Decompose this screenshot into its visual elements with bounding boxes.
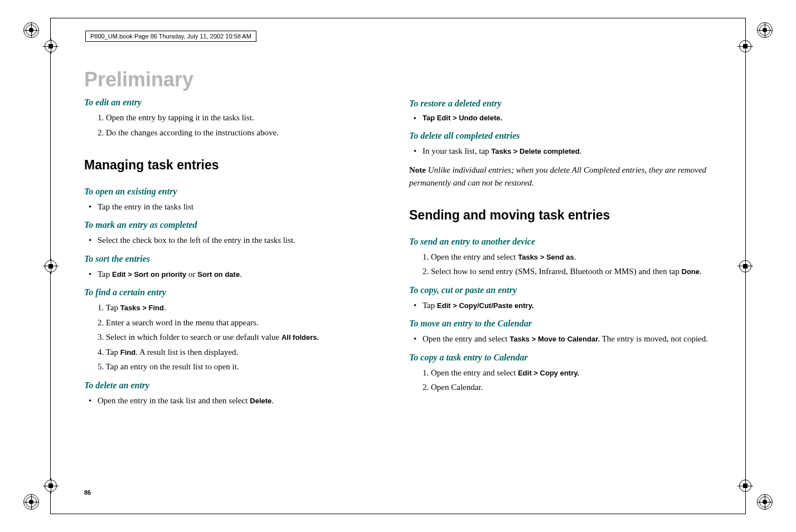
list-item: 4. Tap Find. A result list is then displ… xyxy=(84,346,387,359)
content-area: Preliminary To edit an entry 1. Open the… xyxy=(84,66,712,475)
section-heading: To edit an entry xyxy=(84,96,387,109)
list-item: 3. Select in which folder to search or u… xyxy=(84,331,387,344)
list-item: Tap Edit > Sort on priority or Sort on d… xyxy=(84,268,387,281)
list-item: Tap Edit > Copy/Cut/Paste entry. xyxy=(409,299,712,312)
list-item: 2. Open Calendar. xyxy=(409,381,712,394)
section-heading: To open an existing entry xyxy=(84,185,387,198)
register-mark-icon xyxy=(44,40,57,53)
register-mark-icon xyxy=(44,479,57,492)
list-item: 2. Enter a search word in the menu that … xyxy=(84,316,387,329)
list-item: In your task list, tap Tasks > Delete co… xyxy=(409,145,712,158)
note-text: Note Unlike individual entries; when you… xyxy=(409,164,712,189)
section-heading: To delete an entry xyxy=(84,379,387,392)
list-item: Tap Edit > Undo delete. xyxy=(409,113,712,124)
section-heading: To send an entry to another device xyxy=(409,235,712,248)
section-heading: To sort the entries xyxy=(84,252,387,266)
list-item: 2. Do the changes according to the instr… xyxy=(84,126,387,139)
list-item: 2. Select how to send entry (SMS, Infrar… xyxy=(409,265,712,278)
list-item: Select the check box to the left of the … xyxy=(84,234,387,247)
list-item: Open the entry and select Tasks > Move t… xyxy=(409,333,712,345)
section-heading: To delete all completed entries xyxy=(409,129,712,143)
header-info: P800_UM.book Page 86 Thursday, July 11, … xyxy=(85,31,256,42)
list-item: 1. Open the entry and select Edit > Copy… xyxy=(409,367,712,379)
list-item: 1. Open the entry and select Tasks > Sen… xyxy=(409,251,712,263)
crop-mark-icon xyxy=(23,22,39,38)
list-item: 1. Open the entry by tapping it in the t… xyxy=(84,111,387,124)
register-mark-icon xyxy=(739,260,752,273)
section-heading: To find a certain entry xyxy=(84,286,387,299)
list-item: Tap the entry in the tasks list xyxy=(84,201,387,213)
page-container: P800_UM.book Page 86 Thursday, July 11, … xyxy=(0,0,796,532)
list-item: Open the entry in the task list and then… xyxy=(84,394,387,407)
list-item: 5. Tap an entry on the result list to op… xyxy=(84,360,387,373)
list-item: 1. Tap Tasks > Find. xyxy=(84,301,387,314)
section-heading: To restore a deleted entry xyxy=(409,97,712,110)
register-mark-icon xyxy=(739,479,752,492)
section-heading: To mark an entry as completed xyxy=(84,218,387,232)
section-heading: To copy, cut or paste an entry xyxy=(409,284,712,297)
section-heading: To copy a task entry to Calendar xyxy=(409,351,712,364)
crop-mark-icon xyxy=(23,494,39,510)
section-title: Sending and moving task entries xyxy=(409,206,712,225)
watermark-text: Preliminary xyxy=(84,65,387,95)
register-mark-icon xyxy=(739,40,752,53)
section-heading: To move an entry to the Calendar xyxy=(409,317,712,330)
page-frame: P800_UM.book Page 86 Thursday, July 11, … xyxy=(50,18,746,514)
right-column: To restore a deleted entry Tap Edit > Un… xyxy=(409,66,712,475)
page-number: 86 xyxy=(84,489,91,496)
crop-mark-icon xyxy=(757,22,773,38)
register-mark-icon xyxy=(44,260,57,273)
left-column: Preliminary To edit an entry 1. Open the… xyxy=(84,66,387,475)
crop-mark-icon xyxy=(757,494,773,510)
section-title: Managing task entries xyxy=(84,155,387,175)
